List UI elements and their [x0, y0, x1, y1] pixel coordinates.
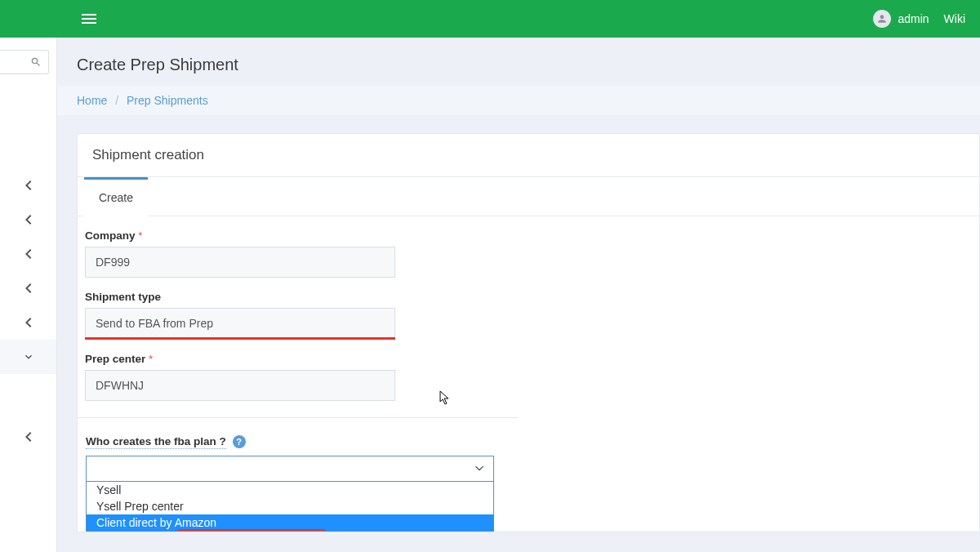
shipment-type-select[interactable]: Send to FBA from Prep	[85, 308, 395, 339]
search-icon	[30, 56, 42, 68]
company-select[interactable]: DF999	[85, 247, 395, 278]
sidebar-item-7[interactable]	[0, 420, 56, 454]
dropdown-option-ysell[interactable]: Ysell	[87, 482, 493, 498]
who-creates-select[interactable]	[86, 456, 494, 482]
chevron-down-icon	[475, 465, 483, 473]
sidebar-item-expanded[interactable]	[0, 340, 56, 374]
sidebar-item-5[interactable]	[0, 305, 56, 340]
dropdown-option-client-amazon[interactable]: Client direct by Amazon	[87, 514, 493, 531]
help-icon[interactable]: ?	[233, 435, 246, 448]
avatar-icon	[873, 10, 891, 28]
who-creates-dropdown: Ysell Ysell Prep center Client direct by…	[86, 482, 494, 532]
breadcrumb-current[interactable]: Prep Shipments	[127, 94, 208, 107]
user-menu[interactable]: admin	[873, 10, 929, 28]
who-creates-label: Who creates the fba plan ?	[86, 435, 226, 449]
shipment-type-label: Shipment type	[85, 291, 510, 303]
highlight-underline	[178, 529, 325, 531]
breadcrumb-home[interactable]: Home	[77, 94, 107, 107]
highlight-underline	[85, 337, 395, 340]
sidebar-item-2[interactable]	[0, 203, 56, 237]
page-title: Create Prep Shipment	[57, 56, 980, 86]
user-name: admin	[898, 12, 929, 25]
breadcrumb: Home / Prep Shipments	[57, 86, 980, 115]
wiki-link[interactable]: Wiki	[944, 12, 965, 25]
sidebar-item-3[interactable]	[0, 237, 56, 271]
sidebar-item-1[interactable]	[0, 168, 56, 203]
dropdown-option-ysell-prep[interactable]: Ysell Prep center	[87, 498, 493, 514]
breadcrumb-separator: /	[115, 94, 118, 107]
sidebar-item-4[interactable]	[0, 271, 56, 305]
prep-center-select[interactable]: DFWHNJ	[85, 370, 395, 401]
tab-create[interactable]: Create	[84, 177, 148, 216]
company-label: Company *	[85, 229, 510, 242]
prep-center-label: Prep center *	[85, 353, 510, 365]
menu-toggle-button[interactable]	[82, 14, 96, 24]
sidebar-search[interactable]	[0, 50, 49, 74]
card-title: Shipment creation	[78, 134, 979, 177]
